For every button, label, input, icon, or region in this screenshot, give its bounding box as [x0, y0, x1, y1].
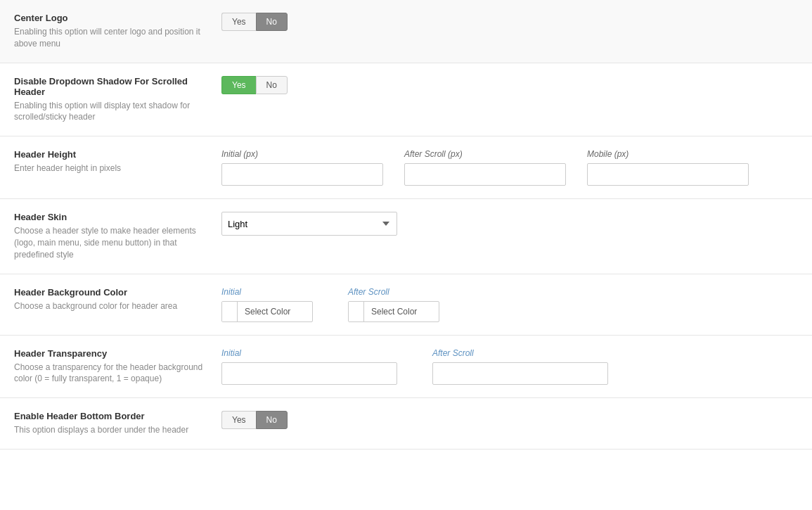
center-logo-label: Center Logo Enabling this option will ce… [14, 13, 221, 50]
header-height-mobile-field: Mobile (px) [587, 149, 749, 186]
header-bg-color-initial-field: Initial Select Color [221, 287, 313, 322]
header-bg-color-label: Header Background Color Choose a backgro… [14, 287, 221, 312]
header-bg-color-afterscroll-swatch [349, 301, 364, 322]
header-height-afterscroll-field: After Scroll (px) [404, 149, 566, 186]
header-transparency-fields: Initial After Scroll [221, 348, 608, 385]
header-skin-desc: Choose a header style to make header ele… [14, 225, 207, 260]
header-skin-title: Header Skin [14, 212, 207, 222]
header-bg-color-initial-label: Initial [221, 287, 313, 297]
header-bottom-border-row: Enable Header Bottom Border This option … [0, 398, 812, 450]
header-bg-color-afterscroll-field: After Scroll Select Color [348, 287, 439, 322]
header-skin-control: Light Dark Custom [221, 212, 798, 236]
disable-dropdown-shadow-title: Disable Dropdown Shadow For Scrolled Hea… [14, 76, 207, 97]
header-height-initial-label: Initial (px) [221, 149, 383, 159]
disable-dropdown-shadow-row: Disable Dropdown Shadow For Scrolled Hea… [0, 63, 812, 137]
header-skin-dropdown[interactable]: Light Dark Custom [221, 212, 397, 236]
disable-dropdown-shadow-yes-button[interactable]: Yes [221, 76, 256, 94]
header-height-row: Header Height Enter header height in pix… [0, 136, 812, 199]
settings-page: Center Logo Enabling this option will ce… [0, 0, 812, 510]
header-height-label: Header Height Enter header height in pix… [14, 149, 221, 174]
disable-dropdown-shadow-control: Yes No [221, 76, 798, 94]
header-transparency-control: Initial After Scroll [221, 348, 798, 385]
header-bg-color-desc: Choose a background color for header are… [14, 300, 207, 312]
header-transparency-initial-field: Initial [221, 348, 397, 385]
header-bottom-border-label: Enable Header Bottom Border This option … [14, 411, 221, 436]
disable-dropdown-shadow-no-button[interactable]: No [256, 76, 288, 94]
header-bg-color-afterscroll-btn-label: Select Color [364, 307, 424, 317]
header-transparency-title: Header Transparency [14, 348, 207, 359]
center-logo-desc: Enabling this option will center logo an… [14, 26, 207, 50]
header-bottom-border-no-button[interactable]: No [256, 411, 288, 429]
header-transparency-initial-input[interactable] [221, 362, 397, 385]
header-skin-label: Header Skin Choose a header style to mak… [14, 212, 221, 260]
center-logo-title: Center Logo [14, 13, 207, 23]
header-bottom-border-control: Yes No [221, 411, 798, 429]
header-bg-color-initial-btn-label: Select Color [238, 307, 297, 317]
header-transparency-afterscroll-field: After Scroll [432, 348, 608, 385]
header-transparency-label: Header Transparency Choose a transparenc… [14, 348, 221, 385]
disable-dropdown-shadow-toggle: Yes No [221, 76, 288, 94]
header-transparency-initial-label: Initial [221, 348, 397, 358]
header-transparency-row: Header Transparency Choose a transparenc… [0, 336, 812, 399]
disable-dropdown-shadow-desc: Enabling this option will display text s… [14, 100, 207, 124]
center-logo-control: Yes No [221, 13, 798, 31]
header-skin-row: Header Skin Choose a header style to mak… [0, 199, 812, 274]
header-height-mobile-label: Mobile (px) [587, 149, 749, 159]
header-bg-color-afterscroll-button[interactable]: Select Color [348, 301, 439, 322]
header-bottom-border-yes-button[interactable]: Yes [221, 411, 256, 429]
header-bg-color-title: Header Background Color [14, 287, 207, 298]
header-bg-color-initial-button[interactable]: Select Color [221, 301, 313, 322]
header-height-mobile-input[interactable] [587, 163, 749, 186]
header-height-desc: Enter header height in pixels [14, 162, 207, 174]
header-bottom-border-desc: This option displays a border under the … [14, 424, 207, 436]
center-logo-yes-button[interactable]: Yes [221, 13, 256, 31]
header-bg-color-initial-swatch [222, 301, 238, 322]
header-transparency-afterscroll-label: After Scroll [432, 348, 608, 358]
disable-dropdown-shadow-label: Disable Dropdown Shadow For Scrolled Hea… [14, 76, 221, 124]
header-height-initial-input[interactable] [221, 163, 383, 186]
header-bg-color-row: Header Background Color Choose a backgro… [0, 274, 812, 336]
center-logo-toggle: Yes No [221, 13, 288, 31]
header-height-afterscroll-label: After Scroll (px) [404, 149, 566, 159]
header-bg-color-afterscroll-label: After Scroll [348, 287, 439, 297]
header-bottom-border-toggle: Yes No [221, 411, 288, 429]
header-height-control: Initial (px) After Scroll (px) Mobile (p… [221, 149, 798, 186]
header-height-initial-field: Initial (px) [221, 149, 383, 186]
header-height-afterscroll-input[interactable] [404, 163, 566, 186]
center-logo-row: Center Logo Enabling this option will ce… [0, 0, 812, 63]
header-height-fields: Initial (px) After Scroll (px) Mobile (p… [221, 149, 749, 186]
header-transparency-desc: Choose a transparency for the header bac… [14, 362, 207, 385]
header-bg-color-control: Initial Select Color After Scroll Select… [221, 287, 798, 322]
center-logo-no-button[interactable]: No [256, 13, 288, 31]
header-bottom-border-title: Enable Header Bottom Border [14, 411, 207, 421]
header-bg-color-fields: Initial Select Color After Scroll Select… [221, 287, 439, 322]
header-transparency-afterscroll-input[interactable] [432, 362, 608, 385]
header-height-title: Header Height [14, 149, 207, 160]
